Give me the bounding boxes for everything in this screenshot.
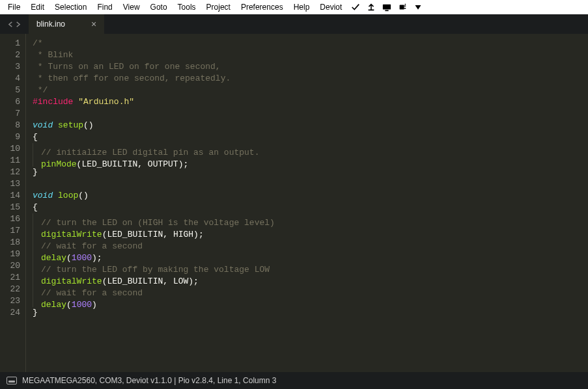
code-line[interactable]: delay(1000) bbox=[33, 295, 588, 307]
svg-rect-0 bbox=[383, 5, 391, 10]
menu-project[interactable]: Project bbox=[201, 3, 236, 12]
menu-preferences[interactable]: Preferences bbox=[236, 3, 288, 12]
code-line[interactable]: delay(1000); bbox=[33, 248, 588, 260]
menu-help[interactable]: Help bbox=[288, 3, 315, 12]
menu-file[interactable]: File bbox=[3, 3, 25, 12]
code-line[interactable]: digitalWrite(LED_BUILTIN, LOW); bbox=[33, 272, 588, 284]
code-line[interactable]: // initialize LED digital pin as an outp… bbox=[33, 143, 588, 155]
tab-label: blink.ino bbox=[36, 20, 65, 29]
tabstrip: blink.ino × bbox=[0, 14, 588, 34]
status-text: MEGAATMEGA2560, COM3, Deviot v1.1.0 | Pi… bbox=[22, 376, 276, 385]
code-line[interactable]: * Turns on an LED on for one second, bbox=[33, 61, 588, 73]
monitor-icon[interactable] bbox=[382, 3, 391, 12]
code-line[interactable]: } bbox=[33, 307, 588, 319]
check-icon[interactable] bbox=[351, 3, 360, 12]
panel-icon[interactable] bbox=[7, 377, 17, 384]
code-line[interactable]: digitalWrite(LED_BUILTIN, HIGH); bbox=[33, 225, 588, 237]
code-line[interactable]: * Blink bbox=[33, 49, 588, 61]
menu-find[interactable]: Find bbox=[92, 3, 117, 12]
svg-rect-1 bbox=[385, 10, 389, 11]
code-line[interactable]: * then off for one second, repeatedly. bbox=[33, 73, 588, 85]
menu-view[interactable]: View bbox=[118, 3, 145, 12]
code-line[interactable]: */ bbox=[33, 85, 588, 96]
tab-nav[interactable] bbox=[0, 14, 29, 34]
gutter: 123456789101112131415161718192021222324 bbox=[0, 34, 26, 372]
upload-icon[interactable] bbox=[367, 3, 376, 12]
menu-selection[interactable]: Selection bbox=[49, 3, 92, 12]
menubar: File Edit Selection Find View Goto Tools… bbox=[0, 0, 588, 14]
chevron-left-icon bbox=[8, 21, 14, 27]
statusbar: MEGAATMEGA2560, COM3, Deviot v1.1.0 | Pi… bbox=[0, 372, 588, 389]
code-line[interactable] bbox=[33, 108, 588, 120]
plug-icon[interactable] bbox=[398, 3, 407, 12]
code-area[interactable]: /* * Blink * Turns on an LED on for one … bbox=[26, 34, 588, 372]
menu-goto[interactable]: Goto bbox=[145, 3, 173, 12]
svg-point-3 bbox=[405, 4, 406, 5]
code-line[interactable]: // turn the LED on (HIGH is the voltage … bbox=[33, 213, 588, 225]
menu-tools[interactable]: Tools bbox=[173, 3, 201, 12]
tab-active[interactable]: blink.ino × bbox=[29, 14, 105, 34]
code-line[interactable] bbox=[33, 178, 588, 190]
editor[interactable]: 123456789101112131415161718192021222324 … bbox=[0, 34, 588, 372]
menu-deviot[interactable]: Deviot bbox=[315, 3, 347, 12]
chevron-right-icon bbox=[15, 21, 21, 27]
svg-rect-2 bbox=[400, 5, 404, 10]
code-line[interactable]: void loop() bbox=[33, 190, 588, 202]
code-line[interactable]: #include "Arduino.h" bbox=[33, 96, 588, 108]
code-line[interactable]: // wait for a second bbox=[33, 284, 588, 295]
code-line[interactable]: /* bbox=[33, 38, 588, 49]
code-line[interactable]: } bbox=[33, 167, 588, 178]
code-line[interactable]: { bbox=[33, 202, 588, 213]
code-line[interactable]: { bbox=[33, 131, 588, 143]
code-line[interactable]: // wait for a second bbox=[33, 237, 588, 248]
code-line[interactable]: pinMode(LED_BUILTIN, OUTPUT); bbox=[33, 155, 588, 167]
code-line[interactable]: void setup() bbox=[33, 120, 588, 131]
triangle-down-icon[interactable] bbox=[413, 3, 423, 12]
menu-edit[interactable]: Edit bbox=[25, 3, 49, 12]
code-line[interactable]: // turn the LED off by making the voltag… bbox=[33, 260, 588, 272]
close-icon[interactable]: × bbox=[91, 20, 96, 29]
